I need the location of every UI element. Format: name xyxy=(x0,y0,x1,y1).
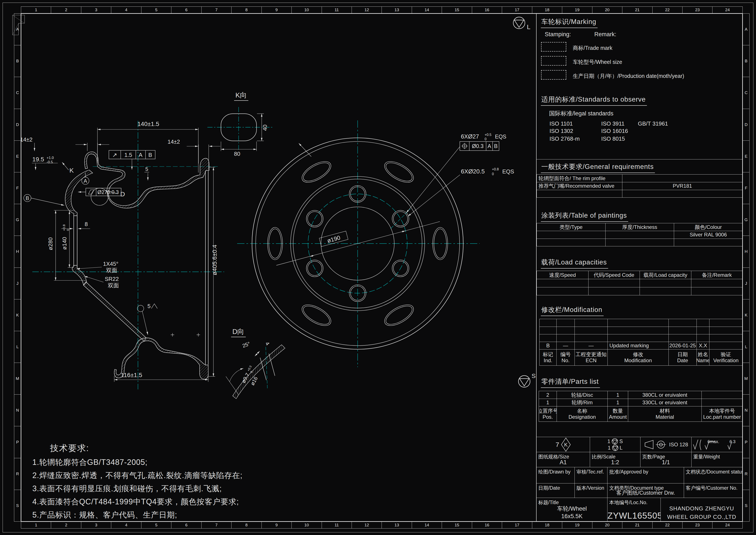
ruler-label: 5 xyxy=(141,522,171,528)
load-header: 载荷/Load capacity xyxy=(639,271,691,279)
dim-offset: 19.5 +1.0 -0.5 xyxy=(32,156,58,164)
remark-label: Remark: xyxy=(594,31,616,38)
surface-finish-icon: 6max. 6.3 xyxy=(691,438,742,451)
ruler-label: H xyxy=(743,236,749,267)
ruler-label: 4 xyxy=(111,522,141,528)
ruler-label: C xyxy=(743,77,749,108)
title-block: 7 K 1 S 1 xyxy=(537,437,742,521)
load-header: 速度/Speed xyxy=(537,271,588,279)
ruler-label: E xyxy=(14,140,21,172)
dim-k-80: 80 xyxy=(221,142,256,157)
ruler-label: E xyxy=(743,140,749,172)
svg-text:0: 0 xyxy=(66,229,69,231)
ruler-label: F xyxy=(743,172,749,204)
dim-flange-right: 14±2 xyxy=(168,138,220,170)
ruler-label: S xyxy=(743,490,749,521)
parts-cell: 1 xyxy=(608,391,628,399)
view-mark-s: S xyxy=(519,373,536,387)
parts-header: 位置序号Pos. xyxy=(539,406,556,422)
svg-text:B: B xyxy=(494,143,498,149)
parts-header: 材料Material xyxy=(628,406,701,422)
svg-text:双面: 双面 xyxy=(106,267,117,273)
ruler-label: P xyxy=(14,426,21,458)
ruler-label: 15 xyxy=(442,522,472,528)
svg-text:EQS: EQS xyxy=(495,133,506,140)
svg-text:5: 5 xyxy=(145,166,148,172)
paintings-cell xyxy=(537,231,605,239)
d-angle: 25° xyxy=(241,341,251,349)
general-row-value xyxy=(622,175,742,182)
svg-text:+0.8: +0.8 xyxy=(62,224,66,231)
company-name-line1: SHANDONG ZHENGYU xyxy=(661,504,742,513)
rim-top-section xyxy=(85,152,209,208)
mod-cell: — xyxy=(575,342,608,349)
svg-text:Ø0.3: Ø0.3 xyxy=(472,143,483,149)
ruler-label: 23 xyxy=(682,7,712,13)
svg-text:ø140: ø140 xyxy=(61,237,68,250)
svg-text:+0.5: +0.5 xyxy=(485,133,492,137)
ruler-label: S xyxy=(14,490,21,521)
load-table: 速度/Speed 代码/Speed Code 载荷/Load capacity … xyxy=(537,271,742,295)
ruler-label: 21 xyxy=(622,522,652,528)
ruler-label: 2 xyxy=(51,522,81,528)
ruler-label: P xyxy=(743,426,749,458)
general-title: 一般技术要求/General requirements xyxy=(541,162,655,173)
k-view: K向 40 80 xyxy=(207,91,273,157)
modification-title: 修改栏/Modification xyxy=(541,305,604,316)
callout-bolt-holes: 6XØ27 +0.5 0 EQS Ø0.3 A B xyxy=(406,133,506,213)
projection-cell: ISO 128 xyxy=(640,437,691,452)
ruler-label: 11 xyxy=(322,7,352,13)
ruler-label: D xyxy=(14,109,21,140)
ruler-label: M xyxy=(743,363,749,394)
ruler-label: 3 xyxy=(81,7,111,13)
ruler-label: R xyxy=(743,458,749,490)
svg-text:14±2: 14±2 xyxy=(168,138,180,145)
paintings-cell xyxy=(605,231,674,239)
standards-title: 适用的标准/Standards to observe xyxy=(541,95,647,106)
tech-item: 1.轮辋轮廓符合GB/T3487-2005; xyxy=(32,457,274,468)
ruler-label: 21 xyxy=(622,7,652,13)
mod-cell: B xyxy=(540,342,556,349)
svg-text:SR22: SR22 xyxy=(105,276,119,282)
standards-subtitle: 国际标准/legal standards xyxy=(549,110,613,117)
stamping-box xyxy=(541,42,566,52)
ruler-label: N xyxy=(14,394,21,426)
ruler-label: K xyxy=(743,299,749,331)
ruler-label: 13 xyxy=(382,522,412,528)
dim-well-depth: 5 xyxy=(145,166,149,180)
ruler-label: F xyxy=(14,172,21,204)
svg-text:6XØ27: 6XØ27 xyxy=(461,133,479,140)
svg-text:EQS: EQS xyxy=(502,168,514,175)
flatness-frame: Ø270:0.3 xyxy=(78,188,121,196)
product-name: 车轮/Wheel xyxy=(537,505,607,513)
svg-text:-0.5: -0.5 xyxy=(46,160,53,164)
first-angle-projection-icon xyxy=(644,439,667,450)
mod-cell: Updated marking xyxy=(608,342,668,349)
stamping-box xyxy=(541,70,566,80)
paintings-cell xyxy=(674,239,742,246)
stamping-box xyxy=(541,56,566,66)
disc-slope-section xyxy=(83,282,146,341)
ruler-label: G xyxy=(14,204,21,236)
ruler-label: 8 xyxy=(231,7,261,13)
ruler-label: 6 xyxy=(171,7,201,13)
paintings-table: 类型/Type 厚度/Thickness 颜色/Colour Silver RA… xyxy=(537,223,742,246)
mod-cell xyxy=(709,342,742,349)
ruler-top: 123456789101112131415161718192021222324 xyxy=(21,7,742,14)
ruler-label: 18 xyxy=(532,7,562,13)
size-cell: 图纸规格/SizeA1 xyxy=(537,452,590,467)
ruler-label: 20 xyxy=(592,522,622,528)
ruler-label: M xyxy=(14,363,21,394)
svg-text:0: 0 xyxy=(485,137,487,141)
standard-item: GB/T 31961 xyxy=(638,120,668,127)
general-row-label: 推荐气门嘴/Recommended valve xyxy=(537,182,622,190)
approved-by-cell: 批准/Approved by xyxy=(607,467,684,483)
drawn-by-cell: 绘图/Drawn by xyxy=(537,467,575,483)
weight-cell: 重量/Weight xyxy=(691,452,742,467)
ruler-label: 9 xyxy=(261,522,291,528)
svg-text:双面: 双面 xyxy=(108,282,119,289)
parts-cell: 轮辐/Disc xyxy=(556,391,608,399)
ruler-label: 1 xyxy=(21,522,51,528)
ruler-bottom: 123456789101112131415161718192021222324 xyxy=(21,521,742,528)
load-title: 载荷/Load capacities xyxy=(541,258,608,268)
